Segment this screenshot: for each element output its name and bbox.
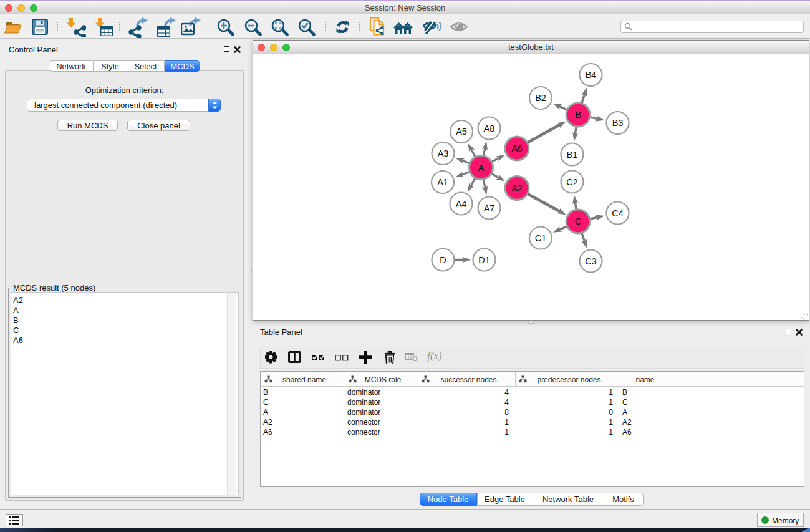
- svg-text:C2: C2: [566, 177, 578, 187]
- svg-text:A6: A6: [511, 143, 523, 153]
- svg-text:C: C: [575, 216, 581, 226]
- svg-text:A5: A5: [456, 127, 467, 137]
- svg-text:A7: A7: [484, 203, 495, 213]
- svg-text:B: B: [575, 110, 581, 120]
- svg-text:A: A: [478, 163, 485, 173]
- svg-text:C3: C3: [585, 256, 597, 266]
- svg-text:A4: A4: [456, 199, 467, 209]
- svg-text:A2: A2: [511, 183, 523, 193]
- svg-text:A3: A3: [438, 148, 449, 158]
- svg-text:B3: B3: [612, 118, 624, 128]
- svg-text:B2: B2: [535, 93, 546, 103]
- svg-text:B4: B4: [586, 70, 597, 80]
- svg-text:A1: A1: [437, 177, 448, 187]
- svg-text:D1: D1: [478, 255, 490, 265]
- svg-text:B1: B1: [567, 150, 578, 160]
- svg-text:D: D: [440, 255, 446, 265]
- svg-text:A8: A8: [484, 123, 495, 133]
- svg-text:C1: C1: [535, 233, 547, 243]
- svg-text:C4: C4: [612, 208, 624, 218]
